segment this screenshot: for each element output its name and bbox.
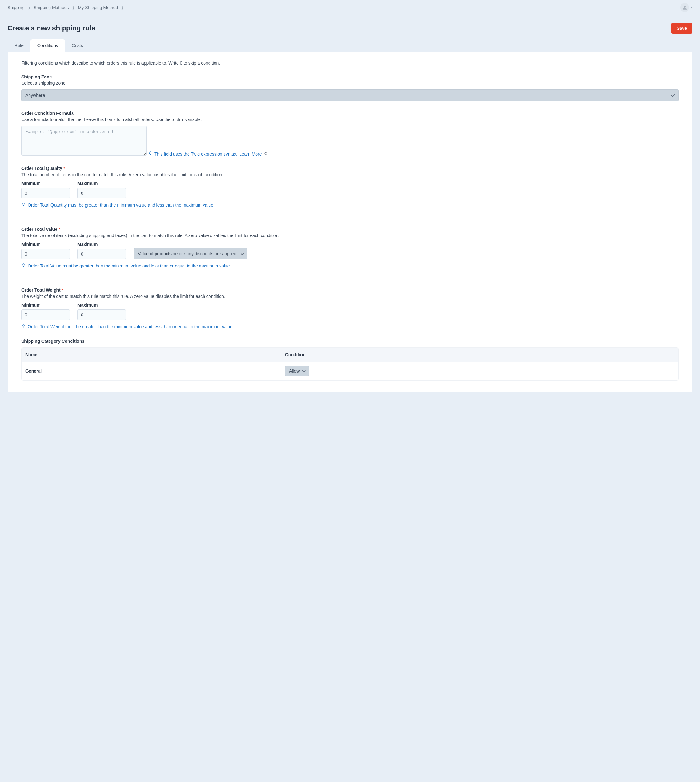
field-order-total-quantity: Order Total Quanity* The total number of… xyxy=(21,166,679,208)
intro-text: Filtering conditions which describe to w… xyxy=(21,60,679,65)
shipping-zone-select-wrap: Anywhere xyxy=(21,89,679,101)
formula-title: Order Condition Formula xyxy=(21,111,679,116)
avatar xyxy=(680,3,689,12)
tabs: Rule Conditions Costs xyxy=(0,39,700,52)
breadcrumb-link-shipping[interactable]: Shipping xyxy=(8,5,25,10)
field-order-total-weight: Order Total Weight* The weight of the ca… xyxy=(21,288,679,329)
weight-min-label: Minimum xyxy=(21,303,70,308)
shipping-zone-select[interactable]: Anywhere xyxy=(21,89,679,101)
field-shipping-zone: Shipping Zone Select a shipping zone. An… xyxy=(21,74,679,101)
weight-title: Order Total Weight* xyxy=(21,288,679,293)
formula-textarea[interactable] xyxy=(21,126,147,156)
formula-hint-text: This field uses the Twig expression synt… xyxy=(154,151,237,156)
weight-desc: The weight of the cart to match this rul… xyxy=(21,294,679,299)
field-order-condition-formula: Order Condition Formula Use a formula to… xyxy=(21,111,679,156)
value-min-input[interactable] xyxy=(21,249,70,259)
qty-max-label: Maximum xyxy=(77,181,126,186)
lightbulb-icon xyxy=(148,151,152,156)
lightbulb-icon xyxy=(21,263,26,268)
formula-hint: This field uses the Twig expression synt… xyxy=(148,151,267,156)
weight-max-label: Maximum xyxy=(77,303,126,308)
value-desc: The total value of items (excluding ship… xyxy=(21,233,679,238)
learn-more-link[interactable]: Learn More xyxy=(239,151,262,156)
qty-min-label: Minimum xyxy=(21,181,70,186)
qty-title: Order Total Quanity* xyxy=(21,166,679,171)
breadcrumb-link-my-shipping-method[interactable]: My Shipping Method xyxy=(78,5,118,10)
field-shipping-category-conditions: Shipping Category Conditions Name Condit… xyxy=(21,339,679,381)
tab-conditions[interactable]: Conditions xyxy=(30,39,65,52)
external-link-icon: ✪ xyxy=(264,152,267,156)
value-tip-text: Order Total Value must be greater than t… xyxy=(28,263,231,268)
qty-min-input[interactable] xyxy=(21,188,70,198)
panel-conditions: Filtering conditions which describe to w… xyxy=(8,52,692,392)
formula-desc-prefix: Use a formula to match the the. Leave th… xyxy=(21,117,172,122)
categories-table: Name Condition General Allow xyxy=(21,348,679,381)
required-icon: * xyxy=(62,288,63,293)
table-row: General Allow xyxy=(22,361,678,380)
qty-desc: The total number of items in the cart to… xyxy=(21,172,679,177)
required-icon: * xyxy=(58,227,60,232)
chevron-right-icon: ❯ xyxy=(28,6,31,10)
formula-desc: Use a formula to match the the. Leave th… xyxy=(21,117,679,122)
field-order-total-value: Order Total Value* The total value of it… xyxy=(21,227,679,268)
breadcrumb-link-shipping-methods[interactable]: Shipping Methods xyxy=(34,5,69,10)
user-menu[interactable]: ▾ xyxy=(680,3,692,12)
value-basis-select[interactable]: Value of products before any discounts a… xyxy=(133,248,247,259)
weight-tip: Order Total Weight must be greater than … xyxy=(21,324,679,329)
required-icon: * xyxy=(63,166,65,171)
formula-desc-suffix: variable. xyxy=(184,117,202,122)
breadcrumb: Shipping ❯ Shipping Methods ❯ My Shippin… xyxy=(8,5,124,10)
category-name: General xyxy=(25,368,285,373)
chevron-down-icon: ▾ xyxy=(691,6,692,9)
value-min-label: Minimum xyxy=(21,242,70,247)
chevron-right-icon: ❯ xyxy=(72,6,75,10)
categories-title: Shipping Category Conditions xyxy=(21,339,679,344)
svg-point-0 xyxy=(684,6,685,8)
weight-tip-text: Order Total Weight must be greater than … xyxy=(28,324,233,329)
page-title: Create a new shipping rule xyxy=(8,24,95,32)
tab-costs[interactable]: Costs xyxy=(65,39,90,52)
qty-tip: Order Total Quantity must be greater tha… xyxy=(21,202,679,208)
categories-header: Name Condition xyxy=(22,348,678,361)
shipping-zone-title: Shipping Zone xyxy=(21,74,679,79)
categories-col-condition: Condition xyxy=(285,352,675,357)
weight-min-input[interactable] xyxy=(21,309,70,320)
categories-col-name: Name xyxy=(25,352,285,357)
topbar: Shipping ❯ Shipping Methods ❯ My Shippin… xyxy=(0,0,700,15)
value-title: Order Total Value* xyxy=(21,227,679,232)
qty-max-input[interactable] xyxy=(77,188,126,198)
save-button[interactable]: Save xyxy=(671,23,692,33)
lightbulb-icon xyxy=(21,202,26,208)
shipping-zone-desc: Select a shipping zone. xyxy=(21,81,679,86)
weight-max-input[interactable] xyxy=(77,309,126,320)
tab-rule[interactable]: Rule xyxy=(8,39,30,52)
category-condition-select[interactable]: Allow xyxy=(285,366,309,376)
value-max-input[interactable] xyxy=(77,249,126,259)
page-header: Create a new shipping rule Save xyxy=(0,15,700,39)
lightbulb-icon xyxy=(21,324,26,329)
divider xyxy=(21,217,679,217)
formula-desc-code: order xyxy=(172,117,184,122)
chevron-right-icon: ❯ xyxy=(121,6,124,10)
value-tip: Order Total Value must be greater than t… xyxy=(21,263,679,268)
value-max-label: Maximum xyxy=(77,242,126,247)
qty-tip-text: Order Total Quantity must be greater tha… xyxy=(28,203,215,208)
